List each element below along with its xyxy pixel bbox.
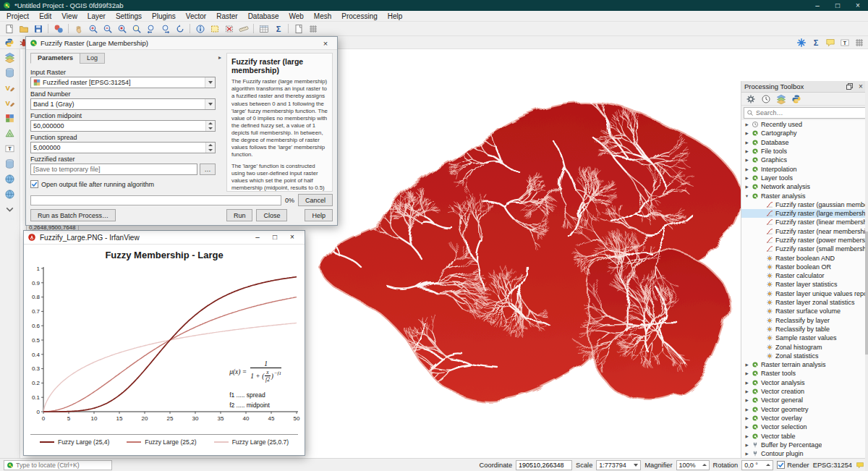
locate-input[interactable] bbox=[16, 462, 109, 469]
tree-item-reclassify-by-layer[interactable]: Reclassify by layer bbox=[741, 316, 868, 325]
tab-log[interactable]: Log bbox=[80, 53, 105, 64]
tree-item-raster-layer-zonal-statistics[interactable]: Raster layer zonal statistics bbox=[741, 298, 868, 307]
add-vector-layer-button[interactable]: V bbox=[3, 97, 17, 109]
tree-item-vector-selection[interactable]: ▶Vector selection bbox=[741, 423, 868, 431]
map-tips-button[interactable] bbox=[823, 36, 837, 48]
tree-item-raster-surface-volume[interactable]: Raster surface volume bbox=[741, 307, 868, 315]
refresh-map-button[interactable] bbox=[173, 22, 187, 35]
tree-item-zonal-histogram[interactable]: Zonal histogram bbox=[741, 342, 868, 351]
tree-item-database[interactable]: ▶Database bbox=[741, 138, 868, 147]
zoom-next-button[interactable] bbox=[158, 22, 172, 35]
tree-item-cartography[interactable]: ▶Cartography bbox=[741, 129, 868, 137]
identify-features-button[interactable] bbox=[193, 22, 207, 35]
chevron-collapsed-icon[interactable]: ▶ bbox=[744, 398, 749, 402]
tree-item-zonal-statistics[interactable]: Zonal statistics bbox=[741, 352, 868, 360]
tree-item-vector-overlay[interactable]: ▶Vector overlay bbox=[741, 414, 868, 423]
select-features-button[interactable] bbox=[208, 22, 221, 35]
menu-plugins[interactable]: Plugins bbox=[147, 12, 181, 21]
tree-item-reclassify-by-table[interactable]: Reclassify by table bbox=[741, 325, 868, 334]
tree-item-raster-layer-unique-values-report[interactable]: Raster layer unique values report bbox=[741, 289, 868, 298]
tree-item-fuzzify-raster-large-membership[interactable]: Fuzzify raster (large membership) bbox=[741, 209, 868, 218]
browse-output-button[interactable]: … bbox=[200, 164, 216, 175]
models-button[interactable] bbox=[774, 93, 788, 105]
tree-item-interpolation[interactable]: ▶Interpolation bbox=[741, 164, 868, 173]
tree-item-raster-layer-statistics[interactable]: Raster layer statistics bbox=[741, 280, 868, 289]
zoom-out-button[interactable] bbox=[101, 22, 114, 35]
new-project-button[interactable] bbox=[2, 22, 16, 35]
tree-item-file-tools[interactable]: ▶File tools bbox=[741, 147, 868, 156]
chevron-collapsed-icon[interactable]: ▶ bbox=[744, 362, 749, 367]
tree-item-layer-tools[interactable]: ▶Layer tools bbox=[741, 174, 868, 182]
open-project-button[interactable] bbox=[17, 22, 30, 35]
close-button[interactable]: × bbox=[848, 0, 868, 11]
chevron-collapsed-icon[interactable]: ▶ bbox=[744, 149, 749, 153]
minimize-button[interactable]: – bbox=[249, 234, 266, 241]
magnifier-spin[interactable]: 100% bbox=[676, 460, 710, 470]
chevron-collapsed-icon[interactable]: ▶ bbox=[744, 184, 749, 189]
add-delimited-text-button[interactable]: T bbox=[3, 143, 17, 155]
panel-float-button[interactable] bbox=[845, 83, 854, 90]
menu-layer[interactable]: Layer bbox=[82, 12, 111, 21]
help-button[interactable]: Help bbox=[305, 209, 333, 221]
menu-settings[interactable]: Settings bbox=[111, 12, 147, 21]
tree-item-raster-terrain-analysis[interactable]: ▶Raster terrain analysis bbox=[741, 360, 868, 369]
chevron-collapsed-icon[interactable]: ▶ bbox=[744, 122, 749, 127]
new-geopackage-layer-button[interactable] bbox=[3, 67, 17, 79]
output-file-input[interactable] bbox=[30, 164, 197, 175]
maximize-button[interactable]: □ bbox=[827, 0, 848, 11]
collapse-help-icon[interactable]: ▸ bbox=[218, 54, 224, 192]
chevron-collapsed-icon[interactable]: ▶ bbox=[744, 176, 749, 180]
midpoint-spinbox[interactable]: 50,000000 bbox=[30, 120, 216, 132]
zoom-in-button[interactable] bbox=[86, 22, 100, 35]
zoom-full-button[interactable] bbox=[115, 22, 129, 35]
epsg-badge[interactable]: EPSG:31254 bbox=[813, 462, 852, 469]
pan-map-button[interactable] bbox=[72, 22, 85, 35]
tab-parameters[interactable]: Parameters bbox=[30, 53, 80, 64]
tree-item-raster-boolean-or[interactable]: Raster boolean OR bbox=[741, 263, 868, 271]
tree-item-fuzzify-raster-small-membership[interactable]: Fuzzify raster (small membership) bbox=[741, 245, 868, 253]
show-layout-manager-button[interactable] bbox=[306, 22, 320, 35]
coordinate-box[interactable] bbox=[516, 460, 572, 470]
chevron-collapsed-icon[interactable]: ▶ bbox=[744, 389, 749, 394]
add-xyz-layer-button[interactable] bbox=[3, 188, 17, 200]
toolbox-search-input[interactable] bbox=[756, 109, 863, 116]
menu-mesh[interactable]: Mesh bbox=[309, 12, 336, 21]
tree-item-raster-calculator[interactable]: Raster calculator bbox=[741, 271, 868, 280]
tree-item-raster-analysis[interactable]: ▼Raster analysis bbox=[741, 191, 868, 200]
chevron-collapsed-icon[interactable]: ▶ bbox=[744, 451, 749, 456]
menu-help[interactable]: Help bbox=[383, 12, 408, 21]
maximize-button[interactable]: □ bbox=[266, 234, 284, 241]
tree-scrollbar[interactable] bbox=[865, 81, 868, 458]
menu-project[interactable]: Project bbox=[1, 12, 34, 21]
dialog-close-button[interactable]: × bbox=[318, 39, 333, 48]
tree-item-recently-used[interactable]: ▶Recently used bbox=[741, 120, 868, 129]
add-wms-layer-button[interactable] bbox=[3, 173, 17, 185]
chevron-collapsed-icon[interactable]: ▶ bbox=[744, 131, 749, 135]
python-scripts-button[interactable] bbox=[789, 93, 803, 105]
menu-vector[interactable]: Vector bbox=[181, 12, 211, 21]
run-as-batch-button[interactable]: Run as Batch Process… bbox=[30, 209, 116, 221]
chevron-collapsed-icon[interactable]: ▶ bbox=[744, 158, 749, 162]
save-project-button[interactable] bbox=[31, 22, 45, 35]
new-print-layout-button[interactable] bbox=[292, 22, 305, 35]
open-output-checkbox[interactable]: Open output file after running algorithm bbox=[30, 180, 216, 188]
zoom-last-button[interactable] bbox=[144, 22, 158, 35]
chevron-collapsed-icon[interactable]: ▶ bbox=[744, 443, 749, 447]
panel-close-button[interactable]: × bbox=[856, 82, 865, 90]
add-mesh-layer-button[interactable] bbox=[3, 127, 17, 140]
tree-item-vector-geometry[interactable]: ▶Vector geometry bbox=[741, 405, 868, 414]
cancel-button[interactable]: Cancel bbox=[298, 194, 333, 206]
history-button[interactable] bbox=[759, 93, 773, 105]
tree-item-vector-creation[interactable]: ▶Vector creation bbox=[741, 387, 868, 396]
tree-item-fuzzify-raster-near-membership[interactable]: Fuzzify raster (near membership) bbox=[741, 227, 868, 236]
menu-web[interactable]: Web bbox=[284, 12, 308, 21]
messages-icon[interactable] bbox=[856, 461, 864, 470]
tree-item-graphics[interactable]: ▶Graphics bbox=[741, 156, 868, 164]
chevron-collapsed-icon[interactable]: ▶ bbox=[744, 381, 749, 385]
chevron-collapsed-icon[interactable]: ▶ bbox=[744, 140, 749, 145]
data-source-manager-button[interactable] bbox=[3, 51, 17, 64]
locator-bar[interactable] bbox=[4, 460, 112, 470]
menu-database[interactable]: Database bbox=[243, 12, 284, 21]
band-combo[interactable]: Band 1 (Gray) bbox=[30, 98, 216, 110]
chevron-collapsed-icon[interactable]: ▶ bbox=[744, 416, 749, 420]
